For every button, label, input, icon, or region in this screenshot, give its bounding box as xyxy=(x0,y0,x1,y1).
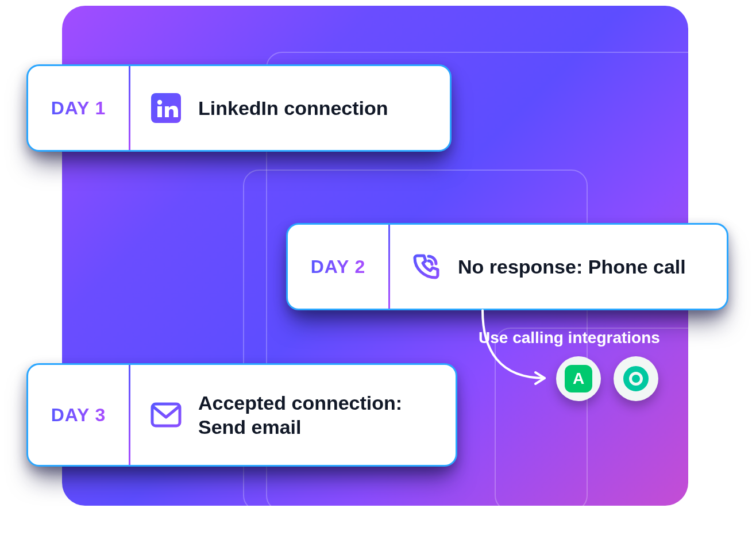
step-content: Accepted connection: Send email xyxy=(130,365,456,465)
phone-icon xyxy=(410,251,442,283)
step-card-day-3: DAY 3 Accepted connection: Send email xyxy=(26,363,457,467)
day-cell: DAY 1 xyxy=(28,66,129,150)
day-label: DAY 2 xyxy=(311,256,366,278)
svg-rect-2 xyxy=(157,106,162,117)
step-card-day-1: DAY 1 LinkedIn connection xyxy=(26,64,452,152)
diagram-stage: DAY 1 LinkedIn connection DAY 2 xyxy=(0,0,756,535)
annotation-arrow xyxy=(471,310,563,397)
day-cell: DAY 2 xyxy=(288,225,388,309)
integration-cloudtalk-icon xyxy=(614,356,658,401)
step-card-day-2: DAY 2 No response: Phone call xyxy=(286,223,728,310)
integration-badges: A xyxy=(556,356,658,401)
step-text: No response: Phone call xyxy=(458,255,686,279)
linkedin-icon xyxy=(150,92,182,124)
step-content: LinkedIn connection xyxy=(130,66,450,150)
annotation-text: Use calling integrations xyxy=(479,329,660,347)
step-text: LinkedIn connection xyxy=(198,96,388,121)
email-icon xyxy=(150,399,182,431)
step-content: No response: Phone call xyxy=(390,225,727,309)
day-label: DAY 1 xyxy=(51,98,106,119)
day-label: DAY 3 xyxy=(51,405,106,426)
svg-rect-3 xyxy=(152,404,180,426)
step-text: Accepted connection: Send email xyxy=(198,391,436,440)
svg-point-1 xyxy=(157,100,162,105)
integration-aircall-icon: A xyxy=(556,356,601,401)
day-cell: DAY 3 xyxy=(28,365,129,465)
